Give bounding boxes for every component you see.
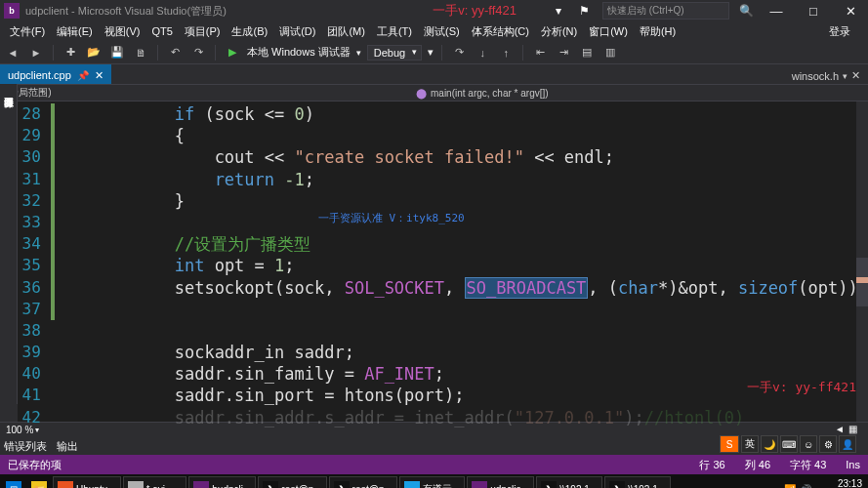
tray-up-icon[interactable]: ▴ — [775, 484, 780, 489]
comment-icon[interactable]: ▤ — [578, 44, 596, 61]
start-debug-icon[interactable]: ▶ — [224, 44, 241, 61]
debugger-target[interactable]: 本地 Windows 调试器 — [247, 45, 351, 60]
indent-right-icon[interactable]: ⇥ — [555, 44, 572, 61]
save-icon[interactable]: 💾 — [108, 44, 126, 61]
step-over-icon[interactable]: ↷ — [450, 44, 468, 61]
ime-punct-icon[interactable]: 🌙 — [761, 435, 778, 453]
menu-qt5[interactable]: QT5 — [145, 23, 178, 39]
tray-volume-icon[interactable]: 🔊 — [800, 484, 811, 489]
tab-label: udpclient.cpp — [8, 69, 71, 81]
scrollbar-highlight — [856, 277, 868, 283]
menu-help[interactable]: 帮助(H) — [634, 22, 682, 41]
status-col: 列 46 — [745, 458, 770, 472]
redo-icon[interactable]: ↷ — [189, 44, 207, 61]
ime-toolbar[interactable]: S 英 🌙 ⌨ ☺ ⚙ 👤 — [720, 435, 856, 453]
menu-project[interactable]: 项目(P) — [179, 22, 227, 41]
taskbar-item[interactable]: ⊞ — [2, 476, 25, 488]
tab-preview[interactable]: winsock.h ▾ ✕ — [784, 67, 868, 84]
status-saved: 已保存的项 — [8, 458, 62, 472]
tray-network-icon[interactable]: 📶 — [784, 484, 796, 489]
taskbar-item[interactable]: 有道云... — [399, 476, 465, 488]
ime-emoji-icon[interactable]: ☺ — [800, 435, 817, 453]
vs-logo-icon: b — [4, 3, 20, 19]
taskbar-item[interactable]: ❯\\192.1... — [604, 476, 671, 488]
editor-tabstrip: udpclient.cpp 📌 ✕ winsock.h ▾ ✕ — [0, 64, 868, 84]
quick-launch-input[interactable]: 快速启动 (Ctrl+Q) — [602, 2, 729, 20]
taskbar-item[interactable]: ❯root@p... — [329, 476, 397, 488]
code-editor[interactable]: 282930313233343536373839404142 一手资源认准 V：… — [18, 102, 868, 422]
flag-icon[interactable]: ⚑ — [579, 4, 593, 18]
step-out-icon[interactable]: ↑ — [497, 44, 515, 61]
watermark-right: 一手v: yy-ff421 — [747, 379, 856, 396]
status-mode: Ins — [846, 459, 860, 470]
menu-analyze[interactable]: 分析(N) — [535, 22, 583, 41]
tab-error-list[interactable]: 错误列表 — [4, 439, 47, 454]
windows-taskbar: ⊞📁Ubuntu...*.avi - ...budpcli...❯root@p.… — [0, 474, 868, 488]
window-titlebar: b udpclient - Microsoft Visual Studio(管理… — [0, 0, 868, 21]
taskbar-item[interactable]: udpclie... — [467, 476, 534, 488]
taskbar-clock[interactable]: 23:13 2017/2/15 — [815, 478, 867, 488]
function-icon: ⬤ — [416, 88, 427, 99]
pin-icon[interactable]: 📌 — [77, 70, 89, 81]
taskbar-item[interactable]: ❯root@p... — [258, 476, 326, 488]
uncomment-icon[interactable]: ▥ — [601, 44, 619, 61]
chevron-down-icon[interactable]: ▾ — [843, 71, 847, 81]
code-navbar: (全局范围) ⬤ main(int argc, char * argv[]) — [0, 84, 868, 102]
menu-debug[interactable]: 调试(D) — [273, 22, 321, 41]
menubar: 文件(F) 编辑(E) 视图(V) QT5 项目(P) 生成(B) 调试(D) … — [0, 21, 868, 41]
indent-left-icon[interactable]: ⇤ — [531, 44, 549, 61]
menu-window[interactable]: 窗口(W) — [583, 22, 634, 41]
left-tool-strip[interactable]: 服务器资源管理器 — [0, 84, 18, 404]
sign-in-button[interactable]: 登录 — [823, 22, 856, 41]
step-into-icon[interactable]: ↓ — [474, 44, 491, 61]
tab-output[interactable]: 输出 — [57, 439, 78, 454]
menu-team[interactable]: 团队(M) — [321, 22, 371, 41]
menu-arch[interactable]: 体系结构(C) — [466, 22, 535, 41]
status-line: 行 36 — [699, 458, 724, 472]
open-icon[interactable]: 📂 — [85, 44, 103, 61]
nav-back-icon[interactable]: ◄ — [4, 44, 21, 61]
system-tray[interactable]: ▴ 📶 🔊 23:13 2017/2/15 — [775, 478, 867, 488]
search-icon[interactable]: 🔍 — [739, 4, 753, 18]
tab-active[interactable]: udpclient.cpp 📌 ✕ — [0, 64, 111, 84]
config-dropdown[interactable]: Debug — [367, 45, 422, 61]
nav-forward-icon[interactable]: ► — [27, 44, 45, 61]
tab-close-icon[interactable]: ✕ — [851, 69, 860, 82]
scrollbar-minimap[interactable] — [856, 102, 868, 422]
status-bar: 已保存的项 行 36 列 46 字符 43 Ins — [0, 455, 868, 474]
ime-user-icon[interactable]: 👤 — [839, 435, 856, 453]
ime-lang-button[interactable]: 英 — [741, 435, 759, 453]
ime-settings-icon[interactable]: ⚙ — [819, 435, 837, 453]
taskbar-item[interactable]: budpcli... — [188, 476, 256, 488]
taskbar-item[interactable]: ❯\\192.1... — [536, 476, 602, 488]
save-all-icon[interactable]: 🗎 — [132, 44, 149, 61]
menu-edit[interactable]: 编辑(E) — [51, 22, 99, 41]
notification-icon[interactable]: ▾ — [556, 4, 569, 18]
maximize-button[interactable]: □ — [800, 4, 827, 19]
minimize-button[interactable]: — — [763, 4, 790, 19]
menu-view[interactable]: 视图(V) — [99, 22, 146, 41]
scope-dropdown[interactable]: (全局范围) — [6, 86, 416, 100]
sogou-icon[interactable]: S — [720, 435, 739, 453]
ime-keyboard-icon[interactable]: ⌨ — [780, 435, 798, 453]
menu-file[interactable]: 文件(F) — [4, 22, 51, 41]
menu-tools[interactable]: 工具(T) — [371, 22, 418, 41]
menu-test[interactable]: 测试(S) — [418, 22, 466, 41]
undo-icon[interactable]: ↶ — [166, 44, 184, 61]
menu-build[interactable]: 生成(B) — [226, 22, 273, 41]
tab-close-icon[interactable]: ✕ — [95, 69, 103, 82]
watermark-top: 一手v: yy-ff421 — [433, 2, 517, 20]
status-char: 字符 43 — [790, 458, 826, 472]
taskbar-item[interactable]: Ubuntu... — [53, 476, 121, 488]
watermark-center: 一手资源认准 V：ityk8_520 — [318, 211, 465, 225]
new-file-icon[interactable]: ✚ — [62, 44, 79, 61]
taskbar-item[interactable]: *.avi - ... — [123, 476, 187, 488]
taskbar-item[interactable]: 📁 — [27, 476, 51, 488]
close-button[interactable]: ✕ — [837, 4, 864, 19]
code-area[interactable]: 一手资源认准 V：ityk8_520 一手v: yy-ff421 if (soc… — [55, 102, 868, 422]
function-dropdown[interactable]: ⬤ main(int argc, char * argv[]) — [416, 88, 549, 99]
window-title: udpclient - Microsoft Visual Studio(管理员) — [25, 4, 227, 19]
main-toolbar: ◄ ► ✚ 📂 💾 🗎 ↶ ↷ ▶ 本地 Windows 调试器 ▾ Debug… — [0, 41, 868, 64]
line-number-gutter: 282930313233343536373839404142 — [18, 102, 51, 422]
